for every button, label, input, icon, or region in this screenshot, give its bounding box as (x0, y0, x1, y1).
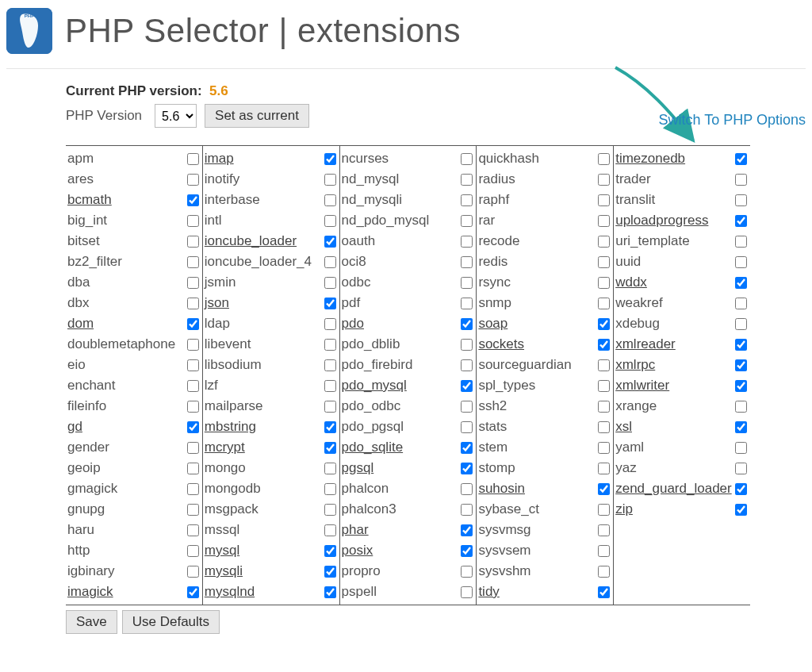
extension-checkbox[interactable] (598, 215, 610, 227)
extension-name-link[interactable]: ioncube_loader_4 (205, 252, 312, 272)
extension-name-link[interactable]: xmlreader (615, 334, 676, 355)
set-as-current-button[interactable]: Set as current (205, 104, 309, 128)
extension-name-link[interactable]: gender (67, 437, 109, 458)
extension-name-link[interactable]: mongodb (205, 478, 261, 499)
extension-checkbox[interactable] (598, 483, 610, 495)
extension-checkbox[interactable] (324, 194, 336, 206)
extension-checkbox[interactable] (461, 318, 473, 330)
extension-checkbox[interactable] (461, 483, 473, 495)
extension-name-link[interactable]: intl (205, 210, 222, 231)
extension-name-link[interactable]: spl_types (478, 375, 535, 396)
extension-name-link[interactable]: recode (478, 231, 519, 252)
extension-name-link[interactable]: ssh2 (478, 396, 507, 417)
extension-checkbox[interactable] (324, 545, 336, 557)
extension-name-link[interactable]: xmlwriter (615, 375, 669, 396)
extension-checkbox[interactable] (324, 380, 336, 392)
extension-checkbox[interactable] (735, 463, 747, 474)
extension-checkbox[interactable] (461, 236, 473, 248)
extension-name-link[interactable]: mysqli (205, 561, 243, 582)
extension-name-link[interactable]: uuid (615, 252, 641, 272)
extension-checkbox[interactable] (598, 545, 610, 557)
extension-checkbox[interactable] (187, 153, 199, 165)
extension-checkbox[interactable] (461, 194, 473, 206)
extension-checkbox[interactable] (187, 421, 199, 433)
extension-checkbox[interactable] (461, 586, 473, 598)
extension-name-link[interactable]: posix (342, 540, 373, 561)
extension-name-link[interactable]: trader (615, 169, 650, 190)
extension-name-link[interactable]: stem (478, 437, 508, 458)
extension-name-link[interactable]: pdf (342, 293, 361, 313)
extension-checkbox[interactable] (598, 524, 610, 536)
extension-checkbox[interactable] (461, 566, 473, 578)
extension-name-link[interactable]: snmp (478, 293, 511, 313)
extension-checkbox[interactable] (598, 504, 610, 516)
extension-checkbox[interactable] (735, 298, 747, 309)
extension-name-link[interactable]: libevent (205, 334, 251, 355)
extension-checkbox[interactable] (324, 359, 336, 371)
extension-name-link[interactable]: oci8 (342, 252, 366, 272)
extension-checkbox[interactable] (324, 298, 336, 309)
extension-checkbox[interactable] (461, 401, 473, 413)
extension-name-link[interactable]: mysql (205, 540, 239, 561)
extension-name-link[interactable]: dom (67, 313, 94, 334)
extension-checkbox[interactable] (461, 215, 473, 227)
extension-name-link[interactable]: gnupg (67, 499, 105, 520)
extension-checkbox[interactable] (187, 483, 199, 495)
extension-checkbox[interactable] (187, 524, 199, 536)
extension-checkbox[interactable] (187, 174, 199, 186)
extension-name-link[interactable]: zend_guard_loader (615, 478, 732, 499)
extension-checkbox[interactable] (324, 401, 336, 413)
extension-name-link[interactable]: pdo_mysql (342, 375, 407, 396)
extension-checkbox[interactable] (187, 566, 199, 578)
extension-checkbox[interactable] (598, 277, 610, 289)
extension-checkbox[interactable] (324, 524, 336, 536)
extension-name-link[interactable]: nd_pdo_mysql (342, 210, 430, 231)
extension-name-link[interactable]: translit (615, 190, 655, 210)
extension-name-link[interactable]: mailparse (205, 396, 263, 417)
extension-name-link[interactable]: odbc (342, 272, 371, 293)
extension-name-link[interactable]: bitset (67, 231, 100, 252)
extension-name-link[interactable]: msgpack (205, 499, 259, 520)
extension-checkbox[interactable] (187, 256, 199, 268)
extension-checkbox[interactable] (735, 359, 747, 371)
extension-checkbox[interactable] (735, 401, 747, 413)
extension-checkbox[interactable] (324, 256, 336, 268)
extension-name-link[interactable]: haru (67, 520, 94, 540)
extension-name-link[interactable]: propro (342, 561, 381, 582)
extension-checkbox[interactable] (461, 277, 473, 289)
extension-checkbox[interactable] (461, 504, 473, 516)
extension-name-link[interactable]: fileinfo (67, 396, 106, 417)
extension-name-link[interactable]: ncurses (342, 148, 389, 169)
extension-name-link[interactable]: eio (67, 355, 86, 375)
extension-checkbox[interactable] (187, 277, 199, 289)
extension-checkbox[interactable] (735, 277, 747, 289)
extension-name-link[interactable]: json (205, 293, 229, 313)
extension-checkbox[interactable] (187, 545, 199, 557)
extension-name-link[interactable]: redis (478, 252, 508, 272)
extension-name-link[interactable]: pgsql (342, 458, 374, 478)
extension-checkbox[interactable] (598, 463, 610, 474)
extension-checkbox[interactable] (461, 153, 473, 165)
extension-name-link[interactable]: xrange (615, 396, 657, 417)
extension-name-link[interactable]: yaz (615, 458, 636, 478)
extension-checkbox[interactable] (187, 194, 199, 206)
extension-name-link[interactable]: mssql (205, 520, 239, 540)
extension-name-link[interactable]: pspell (342, 582, 377, 602)
extension-name-link[interactable]: geoip (67, 458, 101, 478)
switch-to-php-options-link[interactable]: Switch To PHP Options (659, 112, 806, 129)
extension-checkbox[interactable] (598, 318, 610, 330)
extension-name-link[interactable]: xdebug (615, 313, 660, 334)
extension-name-link[interactable]: oauth (342, 231, 376, 252)
extension-checkbox[interactable] (598, 380, 610, 392)
extension-checkbox[interactable] (598, 174, 610, 186)
extension-name-link[interactable]: xmlrpc (615, 355, 655, 375)
extension-name-link[interactable]: lzf (205, 375, 218, 396)
extension-name-link[interactable]: pdo_pgsql (342, 417, 404, 437)
extension-name-link[interactable]: mongo (205, 458, 246, 478)
extension-name-link[interactable]: suhosin (478, 478, 525, 499)
extension-checkbox[interactable] (461, 463, 473, 474)
extension-checkbox[interactable] (187, 401, 199, 413)
extension-checkbox[interactable] (598, 586, 610, 598)
extension-checkbox[interactable] (735, 215, 747, 227)
extension-name-link[interactable]: ldap (205, 313, 230, 334)
